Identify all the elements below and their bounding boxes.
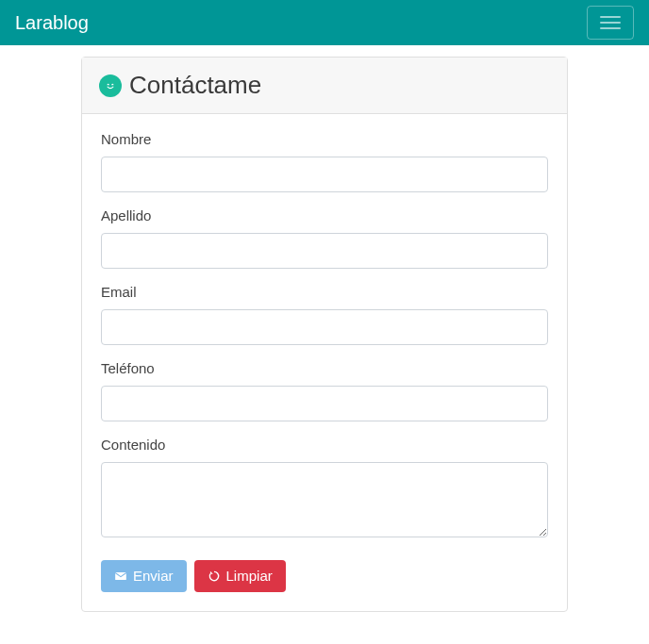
- main-container: Contáctame Nombre Apellido Email Teléfon…: [0, 45, 649, 627]
- card-body: Nombre Apellido Email Teléfono Contenido: [82, 114, 567, 611]
- submit-button[interactable]: Enviar: [101, 560, 187, 592]
- card-title: Contáctame: [129, 71, 261, 100]
- smile-icon: [99, 74, 122, 97]
- button-row: Enviar Limpiar: [101, 560, 548, 592]
- input-email[interactable]: [101, 309, 548, 345]
- brand-logo[interactable]: Larablog: [15, 12, 89, 34]
- submit-button-label: Enviar: [133, 568, 174, 585]
- card-header: Contáctame: [82, 58, 567, 114]
- label-contenido: Contenido: [101, 437, 548, 453]
- form-group-apellido: Apellido: [101, 207, 548, 269]
- clear-button-label: Limpiar: [226, 568, 273, 585]
- form-group-telefono: Teléfono: [101, 360, 548, 421]
- input-nombre[interactable]: [101, 157, 548, 192]
- label-apellido: Apellido: [101, 207, 548, 223]
- form-group-nombre: Nombre: [101, 131, 548, 192]
- clear-button[interactable]: Limpiar: [194, 560, 286, 592]
- hamburger-menu-button[interactable]: [587, 6, 634, 40]
- textarea-contenido[interactable]: [101, 462, 548, 537]
- form-group-contenido: Contenido: [101, 437, 548, 541]
- input-apellido[interactable]: [101, 233, 548, 269]
- label-email: Email: [101, 284, 548, 300]
- navbar: Larablog: [0, 0, 649, 45]
- refresh-icon: [208, 570, 221, 583]
- label-telefono: Teléfono: [101, 360, 548, 376]
- form-group-email: Email: [101, 284, 548, 345]
- envelope-icon: [114, 570, 127, 583]
- label-nombre: Nombre: [101, 131, 548, 147]
- input-telefono[interactable]: [101, 386, 548, 421]
- contact-card: Contáctame Nombre Apellido Email Teléfon…: [81, 57, 568, 612]
